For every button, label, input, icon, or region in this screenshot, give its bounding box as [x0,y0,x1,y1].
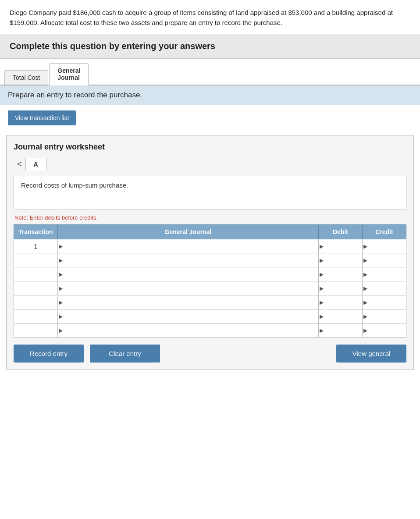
table-row: 1 ▶ ▶ ▶ [14,239,406,253]
table-row: ▶ ▶ ▶ [14,323,406,338]
nav-arrow-left[interactable]: < [14,158,25,171]
credit-input[interactable] [363,239,406,253]
credit-cell[interactable]: ▶ [363,253,406,267]
journal-cell[interactable]: ▶ [57,323,318,338]
credit-cell[interactable]: ▶ [363,309,406,323]
debit-input[interactable] [319,295,362,309]
transaction-cell [14,281,58,295]
clear-entry-button[interactable]: Clear entry [90,345,160,363]
journal-table: Transaction General Journal Debit Credit… [14,224,406,338]
col-header-credit: Credit [363,225,406,239]
debit-cell[interactable]: ▶ [319,267,363,281]
transaction-cell [14,267,58,281]
journal-cell[interactable]: ▶ [57,253,318,267]
description-box: Record costs of lump-sum purchase. [14,175,406,210]
table-row: ▶ ▶ ▶ [14,281,406,295]
credit-input[interactable] [363,323,406,337]
transaction-cell: 1 [14,239,58,253]
tabs-row: Total Cost GeneralJournal [0,63,420,85]
journal-input[interactable] [58,295,318,309]
view-btn-row: View transaction list [0,105,420,131]
view-general-button[interactable]: View general [336,345,406,363]
note-text: Note: Enter debits before credits. [14,214,406,221]
debit-input[interactable] [319,309,362,323]
journal-cell[interactable]: ▶ [57,309,318,323]
worksheet-container: Journal entry worksheet < A Record costs… [6,135,414,370]
table-row: ▶ ▶ ▶ [14,267,406,281]
journal-input[interactable] [58,253,318,267]
debit-cell[interactable]: ▶ [319,281,363,295]
debit-input[interactable] [319,253,362,267]
journal-input[interactable] [58,309,318,323]
tab-general-journal[interactable]: GeneralJournal [49,63,89,85]
nav-tabs-row: < A [14,158,406,171]
journal-cell[interactable]: ▶ [57,239,318,253]
debit-cell[interactable]: ▶ [319,323,363,338]
credit-input[interactable] [363,281,406,295]
complete-banner: Complete this question by entering your … [0,34,420,59]
journal-input[interactable] [58,239,318,253]
journal-cell[interactable]: ▶ [57,295,318,309]
journal-cell[interactable]: ▶ [57,267,318,281]
section-header: Prepare an entry to record the purchase. [0,85,420,105]
worksheet-title: Journal entry worksheet [14,142,406,152]
record-entry-button[interactable]: Record entry [14,345,84,363]
transaction-cell [14,309,58,323]
debit-input[interactable] [319,281,362,295]
credit-input[interactable] [363,253,406,267]
journal-input[interactable] [58,267,318,281]
buttons-row: Record entry Clear entry View general [14,345,406,363]
table-row: ▶ ▶ ▶ [14,309,406,323]
entry-tab-a[interactable]: A [25,158,46,171]
debit-input[interactable] [319,323,362,337]
credit-cell[interactable]: ▶ [363,323,406,338]
credit-cell[interactable]: ▶ [363,295,406,309]
credit-cell[interactable]: ▶ [363,281,406,295]
journal-cell[interactable]: ▶ [57,281,318,295]
debit-input[interactable] [319,267,362,281]
credit-input[interactable] [363,295,406,309]
journal-input[interactable] [58,281,318,295]
debit-cell[interactable]: ▶ [319,253,363,267]
debit-cell[interactable]: ▶ [319,239,363,253]
credit-input[interactable] [363,267,406,281]
col-header-general-journal: General Journal [57,225,318,239]
debit-cell[interactable]: ▶ [319,309,363,323]
table-row: ▶ ▶ ▶ [14,295,406,309]
debit-cell[interactable]: ▶ [319,295,363,309]
transaction-cell [14,295,58,309]
journal-input[interactable] [58,323,318,337]
col-header-debit: Debit [319,225,363,239]
transaction-cell [14,253,58,267]
credit-input[interactable] [363,309,406,323]
debit-input[interactable] [319,239,362,253]
table-row: ▶ ▶ ▶ [14,253,406,267]
tab-total-cost[interactable]: Total Cost [4,70,48,85]
col-header-transaction: Transaction [14,225,58,239]
transaction-cell [14,323,58,338]
problem-text: Diego Company paid $186,000 cash to acqu… [0,0,420,34]
credit-cell[interactable]: ▶ [363,267,406,281]
view-transaction-list-button[interactable]: View transaction list [8,110,76,125]
credit-cell[interactable]: ▶ [363,239,406,253]
